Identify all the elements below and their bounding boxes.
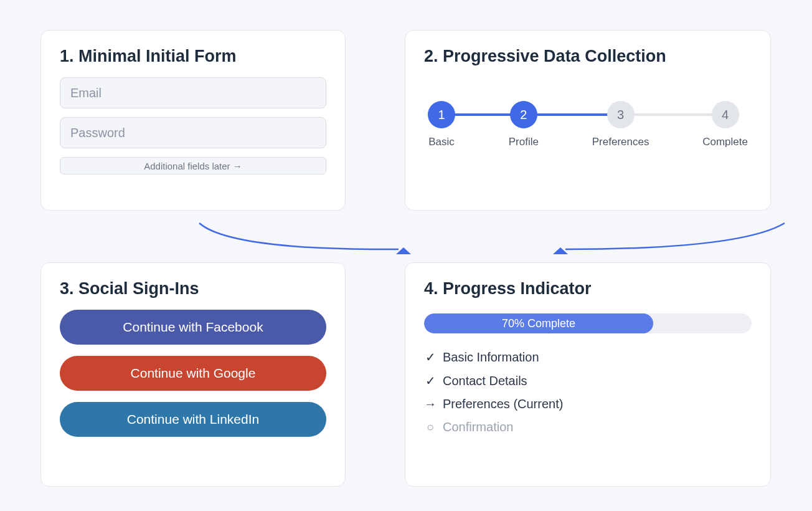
stepper: 1 Basic 2 Profile 3 Preferences 4 Comple… — [424, 101, 752, 148]
progress-fill: 70% Complete — [424, 313, 653, 333]
status-item-confirmation: ○ Confirmation — [424, 420, 752, 434]
card2-title: 2. Progressive Data Collection — [424, 47, 752, 66]
arrow-1-to-2 — [199, 223, 399, 249]
step-circle-2: 2 — [510, 101, 537, 128]
password-placeholder: Password — [70, 126, 125, 140]
step-label-profile: Profile — [509, 136, 539, 148]
step-preferences: 3 Preferences — [592, 101, 649, 148]
step-label-complete: Complete — [702, 136, 748, 148]
connector-3-4 — [621, 113, 722, 116]
step-label-preferences: Preferences — [592, 136, 649, 148]
password-field[interactable]: Password — [60, 117, 326, 148]
continue-with-facebook-button[interactable]: Continue with Facebook — [60, 310, 326, 345]
connector-2-3 — [530, 113, 611, 116]
arrowhead-icon — [396, 247, 411, 254]
status-list: ✓ Basic Information ✓ Contact Details → … — [424, 350, 752, 434]
progress-label: 70% Complete — [502, 317, 575, 330]
card-progressive-data-collection: 2. Progressive Data Collection 1 Basic 2… — [405, 30, 771, 211]
additional-fields-hint: Additional fields later → — [60, 157, 326, 174]
card-progress-indicator: 4. Progress Indicator 70% Complete ✓ Bas… — [405, 262, 771, 487]
arrow-right-to-4 — [565, 223, 785, 249]
email-placeholder: Email — [70, 86, 102, 100]
step-label-basic: Basic — [428, 136, 455, 148]
status-label: Confirmation — [443, 420, 513, 434]
card-social-sign-ins: 3. Social Sign-Ins Continue with Faceboo… — [40, 262, 346, 487]
arrowhead-icon — [553, 247, 568, 254]
status-item-contact-details: ✓ Contact Details — [424, 373, 752, 388]
card-minimal-initial-form: 1. Minimal Initial Form Email Password A… — [40, 30, 346, 211]
continue-with-google-button[interactable]: Continue with Google — [60, 356, 326, 391]
step-circle-3: 3 — [607, 101, 635, 128]
card4-title: 4. Progress Indicator — [424, 279, 752, 298]
card3-title: 3. Social Sign-Ins — [60, 279, 326, 298]
status-item-basic-information: ✓ Basic Information — [424, 350, 752, 365]
status-item-preferences: → Preferences (Current) — [424, 397, 752, 411]
step-circle-4: 4 — [712, 101, 739, 128]
step-circle-1: 1 — [428, 101, 455, 128]
step-complete: 4 Complete — [702, 101, 748, 148]
diagram-canvas: 1. Minimal Initial Form Email Password A… — [0, 0, 812, 511]
card1-title: 1. Minimal Initial Form — [60, 47, 326, 66]
step-profile: 2 Profile — [509, 101, 539, 148]
status-label: Contact Details — [443, 374, 527, 388]
arrow-right-icon: → — [424, 397, 437, 411]
progress-track: 70% Complete — [424, 313, 752, 333]
step-basic: 1 Basic — [428, 101, 455, 148]
status-label: Basic Information — [443, 350, 539, 365]
email-field[interactable]: Email — [60, 77, 326, 108]
check-icon: ✓ — [424, 373, 437, 388]
status-label: Preferences (Current) — [443, 397, 563, 411]
continue-with-linkedin-button[interactable]: Continue with LinkedIn — [60, 402, 326, 437]
circle-icon: ○ — [424, 420, 437, 434]
check-icon: ✓ — [424, 350, 437, 365]
